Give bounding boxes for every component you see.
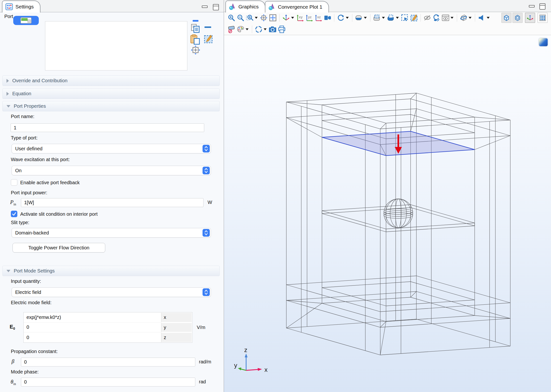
scene-settings-dropdown[interactable] bbox=[264, 28, 267, 30]
section-label: Override and Contribution bbox=[12, 78, 67, 84]
model-wireframe bbox=[224, 35, 551, 392]
chevron-down-icon bbox=[7, 270, 10, 272]
remove-plot-data-icon[interactable] bbox=[227, 25, 236, 34]
clip-plane-dropdown[interactable] bbox=[469, 17, 471, 19]
transparency-icon[interactable] bbox=[354, 13, 363, 22]
sound-dropdown[interactable] bbox=[487, 17, 490, 19]
port-input-power-field[interactable]: 1[W] bbox=[21, 198, 203, 207]
selection-active-toggle[interactable] bbox=[13, 16, 39, 25]
view-xz-plane-icon[interactable]: xz bbox=[314, 13, 323, 22]
select-block-dropdown[interactable] bbox=[382, 17, 385, 19]
section-equation[interactable]: Equation bbox=[2, 89, 220, 99]
color-theme-icon[interactable] bbox=[236, 25, 245, 34]
beta-symbol: β bbox=[12, 358, 14, 364]
zoom-in-icon[interactable] bbox=[227, 13, 236, 22]
environment-reflections-toggle[interactable] bbox=[513, 13, 522, 23]
tab-settings[interactable]: Settings bbox=[2, 0, 40, 13]
zoom-box-icon[interactable] bbox=[245, 13, 254, 22]
scene-light-toggle[interactable] bbox=[501, 13, 512, 23]
toolbar-separator bbox=[370, 14, 370, 22]
section-port-properties[interactable]: Port Properties bbox=[2, 101, 220, 111]
section-override-contribution[interactable]: Override and Contribution bbox=[2, 76, 220, 86]
boundary-selection-list[interactable] bbox=[45, 21, 187, 70]
propagation-constant-field[interactable]: 0 bbox=[21, 358, 195, 366]
enable-feedback-checkbox[interactable] bbox=[11, 179, 17, 186]
emf-expression-x[interactable]: exp(j*emw.k0*z) bbox=[24, 312, 161, 322]
select-stepper-icon bbox=[203, 288, 210, 296]
zoom-to-selection-icon[interactable] bbox=[191, 45, 200, 55]
zoom-to-selection-icon[interactable] bbox=[268, 13, 277, 22]
minimize-button[interactable] bbox=[202, 6, 208, 8]
image-snapshot-icon[interactable] bbox=[268, 25, 277, 34]
rotate-icon[interactable] bbox=[336, 13, 345, 22]
minimize-button[interactable] bbox=[529, 5, 535, 7]
show-axis-orientation-toggle[interactable] bbox=[525, 13, 535, 23]
transparency-dropdown[interactable] bbox=[364, 17, 367, 19]
wave-excitation-select[interactable]: On bbox=[12, 166, 211, 175]
activate-slit-checkbox[interactable] bbox=[11, 211, 17, 217]
zoom-selection-icon[interactable] bbox=[400, 13, 409, 22]
zoom-box-dropdown[interactable] bbox=[255, 17, 258, 19]
toggle-power-flow-button[interactable]: Toggle Power Flow Direction bbox=[13, 243, 105, 252]
view-yz-plane-icon[interactable]: yz bbox=[305, 13, 314, 22]
show-grid-toggle[interactable] bbox=[537, 13, 548, 23]
settings-tab-icon bbox=[5, 3, 13, 11]
input-quantity-select[interactable]: Electric field bbox=[12, 287, 211, 297]
select-stepper-icon bbox=[203, 229, 210, 237]
settings-window: Settings Port Ov bbox=[0, 0, 224, 392]
copy-selection-icon[interactable] bbox=[190, 24, 200, 33]
maximize-button[interactable] bbox=[213, 4, 219, 10]
toolbar-separator bbox=[252, 26, 252, 33]
toolbar-separator bbox=[279, 14, 280, 22]
tab-convergence-plot[interactable]: Convergence Plot 1 bbox=[265, 1, 329, 13]
maximize-button[interactable] bbox=[539, 3, 545, 10]
section-label: Port Properties bbox=[14, 103, 46, 109]
slit-type-select[interactable]: Domain-backed bbox=[12, 228, 211, 238]
e0-symbol: E0 bbox=[10, 324, 15, 330]
scene-settings-icon[interactable] bbox=[254, 25, 263, 34]
tab-graphics[interactable]: Graphics bbox=[225, 0, 265, 13]
hidden-view-dropdown[interactable] bbox=[450, 17, 453, 19]
zoom-out-icon[interactable] bbox=[236, 13, 245, 22]
svg-text:xz: xz bbox=[317, 15, 321, 19]
chevron-right-icon bbox=[7, 79, 9, 83]
port-name-label: Port name: bbox=[11, 114, 34, 119]
view-dropdown[interactable] bbox=[291, 17, 294, 19]
section-port-mode-settings[interactable]: Port Mode Settings bbox=[2, 266, 220, 276]
reset-hiding-icon[interactable] bbox=[432, 13, 441, 22]
mode-phase-field[interactable]: 0 bbox=[21, 378, 195, 386]
toolbar-separator bbox=[334, 14, 334, 22]
slit-type-label: Slit type: bbox=[11, 220, 29, 225]
view-xy-plane-icon[interactable]: xy bbox=[296, 13, 305, 22]
toolbar-separator bbox=[475, 14, 475, 22]
clear-selection-icon[interactable] bbox=[409, 13, 419, 22]
select-domains-dropdown[interactable] bbox=[396, 17, 399, 19]
orthographic-projection-icon[interactable] bbox=[323, 13, 332, 22]
canvas-corner-widget-icon[interactable] bbox=[539, 38, 548, 46]
sound-icon[interactable] bbox=[477, 13, 486, 22]
color-theme-dropdown[interactable] bbox=[246, 28, 248, 30]
select-stepper-icon bbox=[203, 145, 210, 153]
select-domains-icon[interactable] bbox=[386, 13, 395, 22]
port-name-input[interactable]: 1 bbox=[11, 123, 204, 132]
view-unhidden-only-icon[interactable] bbox=[441, 13, 450, 22]
emf-component-x: x bbox=[161, 312, 192, 322]
emf-expression-z[interactable]: 0 bbox=[24, 332, 161, 343]
go-to-default-3d-view-icon[interactable] bbox=[282, 13, 291, 22]
clip-plane-icon[interactable] bbox=[459, 13, 468, 22]
clear-selection-icon[interactable] bbox=[203, 34, 214, 44]
rotate-dropdown[interactable] bbox=[346, 17, 349, 19]
remove-from-selection-icon[interactable] bbox=[204, 27, 211, 28]
paste-selection-icon[interactable] bbox=[190, 34, 200, 45]
hide-objects-icon[interactable] bbox=[423, 13, 432, 22]
electric-mode-field-table[interactable]: exp(j*emw.k0*z) x 0 y 0 z bbox=[23, 312, 192, 343]
selection-toolbar-clipped-icon[interactable] bbox=[193, 20, 198, 22]
type-of-port-select[interactable]: User defined bbox=[12, 144, 211, 154]
print-icon[interactable] bbox=[277, 25, 286, 34]
graphics-canvas[interactable]: z y x bbox=[224, 35, 551, 392]
zoom-extents-icon[interactable] bbox=[259, 13, 268, 22]
emf-expression-y[interactable]: 0 bbox=[24, 322, 161, 333]
select-block-icon[interactable] bbox=[372, 13, 381, 22]
select-stepper-icon bbox=[203, 167, 210, 174]
electric-mode-field-label: Electric mode field: bbox=[11, 300, 51, 305]
